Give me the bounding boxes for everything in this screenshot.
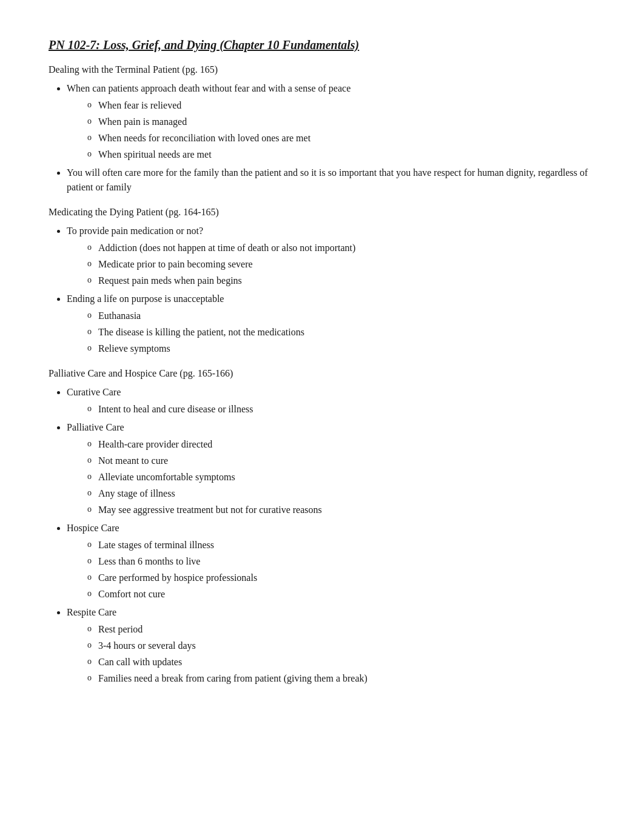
bullet-item-2-1: Palliative CareHealth-care provider dire… bbox=[67, 420, 595, 517]
sub-item-2-1-0: Health-care provider directed bbox=[85, 437, 595, 452]
bullet-list-1: To provide pain medication or not?Addict… bbox=[67, 224, 595, 356]
sub-item-2-3-0: Rest period bbox=[85, 622, 595, 637]
bullet-list-0: When can patients approach death without… bbox=[67, 81, 595, 195]
bullet-text-2-2: Hospice Care bbox=[67, 523, 119, 533]
sub-item-2-0-0: Intent to heal and cure disease or illne… bbox=[85, 402, 595, 417]
section-block-2: Palliative Care and Hospice Care (pg. 16… bbox=[49, 368, 595, 686]
sub-item-0-0-3: When spiritual needs are met bbox=[85, 147, 595, 162]
page-title: PN 102-7: Loss, Grief, and Dying (Chapte… bbox=[49, 36, 595, 53]
sub-item-1-1-0: Euthanasia bbox=[85, 309, 595, 323]
sub-list-2-1: Health-care provider directedNot meant t… bbox=[85, 437, 595, 517]
sub-list-2-0: Intent to heal and cure disease or illne… bbox=[85, 402, 595, 417]
sub-item-1-0-0: Addiction (does not happen at time of de… bbox=[85, 241, 595, 255]
sub-item-1-1-2: Relieve symptoms bbox=[85, 341, 595, 356]
sub-item-1-0-1: Medicate prior to pain becoming severe bbox=[85, 257, 595, 272]
sub-item-0-0-0: When fear is relieved bbox=[85, 98, 595, 113]
sub-item-2-2-3: Comfort not cure bbox=[85, 587, 595, 602]
section-block-0: Dealing with the Terminal Patient (pg. 1… bbox=[49, 64, 595, 195]
sub-item-1-0-2: Request pain meds when pain begins bbox=[85, 273, 595, 288]
sub-item-0-0-2: When needs for reconciliation with loved… bbox=[85, 131, 595, 146]
bullet-text-0-0: When can patients approach death without… bbox=[67, 83, 351, 93]
bullet-item-2-3: Respite CareRest period3-4 hours or seve… bbox=[67, 605, 595, 686]
bullet-text-0-1: You will often care more for the family … bbox=[67, 167, 588, 192]
sub-item-2-1-3: Any stage of illness bbox=[85, 486, 595, 501]
sub-item-2-1-2: Alleviate uncomfortable symptoms bbox=[85, 470, 595, 485]
sub-item-2-3-2: Can call with updates bbox=[85, 655, 595, 669]
bullet-text-1-0: To provide pain medication or not? bbox=[67, 226, 203, 236]
sub-list-1-1: EuthanasiaThe disease is killing the pat… bbox=[85, 309, 595, 356]
section-heading-1: Medicating the Dying Patient (pg. 164-16… bbox=[49, 207, 595, 218]
sub-list-2-2: Late stages of terminal illnessLess than… bbox=[85, 538, 595, 602]
bullet-text-2-1: Palliative Care bbox=[67, 422, 124, 432]
bullet-item-2-2: Hospice CareLate stages of terminal illn… bbox=[67, 521, 595, 602]
section-heading-0: Dealing with the Terminal Patient (pg. 1… bbox=[49, 64, 595, 75]
bullet-text-1-1: Ending a life on purpose is unacceptable bbox=[67, 293, 224, 304]
sub-item-2-1-4: May see aggressive treatment but not for… bbox=[85, 503, 595, 517]
bullet-item-2-0: Curative CareIntent to heal and cure dis… bbox=[67, 385, 595, 417]
sub-list-2-3: Rest period3-4 hours or several daysCan … bbox=[85, 622, 595, 686]
sub-item-2-3-1: 3-4 hours or several days bbox=[85, 639, 595, 653]
bullet-item-0-0: When can patients approach death without… bbox=[67, 81, 595, 162]
sub-item-0-0-1: When pain is managed bbox=[85, 115, 595, 129]
content-area: Dealing with the Terminal Patient (pg. 1… bbox=[49, 64, 595, 686]
sub-list-0-0: When fear is relievedWhen pain is manage… bbox=[85, 98, 595, 162]
bullet-item-1-1: Ending a life on purpose is unacceptable… bbox=[67, 292, 595, 356]
sub-item-2-3-3: Families need a break from caring from p… bbox=[85, 671, 595, 686]
sub-list-1-0: Addiction (does not happen at time of de… bbox=[85, 241, 595, 288]
sub-item-1-1-1: The disease is killing the patient, not … bbox=[85, 325, 595, 340]
sub-item-2-2-1: Less than 6 months to live bbox=[85, 554, 595, 569]
bullet-list-2: Curative CareIntent to heal and cure dis… bbox=[67, 385, 595, 686]
bullet-text-2-0: Curative Care bbox=[67, 387, 121, 397]
section-block-1: Medicating the Dying Patient (pg. 164-16… bbox=[49, 207, 595, 356]
sub-item-2-1-1: Not meant to cure bbox=[85, 454, 595, 468]
sub-item-2-2-2: Care performed by hospice professionals bbox=[85, 571, 595, 585]
bullet-text-2-3: Respite Care bbox=[67, 607, 116, 617]
bullet-item-1-0: To provide pain medication or not?Addict… bbox=[67, 224, 595, 288]
bullet-item-0-1: You will often care more for the family … bbox=[67, 166, 595, 195]
sub-item-2-2-0: Late stages of terminal illness bbox=[85, 538, 595, 552]
section-heading-2: Palliative Care and Hospice Care (pg. 16… bbox=[49, 368, 595, 379]
